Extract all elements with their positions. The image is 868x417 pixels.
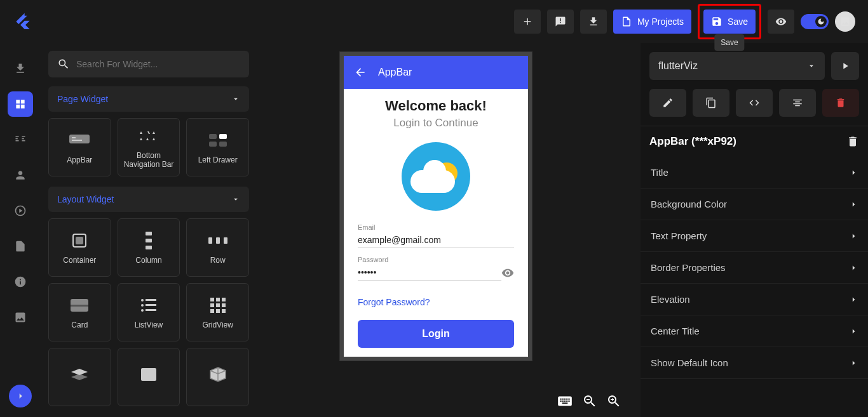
svg-point-19 [141,299,144,301]
widget-card[interactable] [186,348,249,406]
svg-rect-3 [72,137,76,138]
my-projects-button[interactable]: My Projects [613,10,691,34]
widget-card[interactable]: Card [48,283,111,341]
widget-label: ListView [132,321,165,329]
svg-rect-13 [146,246,152,249]
layout-widget-label: Layout Widget [57,194,114,204]
widget-card[interactable] [48,348,111,406]
property-row[interactable]: Elevation [641,284,868,315]
canvas-area: AppBar Welcome back! Login to Continue E… [257,43,641,417]
chevron-down-icon [231,95,240,103]
svg-rect-7 [209,142,217,147]
widget-card[interactable]: Bottom Navigation Bar [118,118,180,176]
user-avatar[interactable] [835,11,855,32]
appbar-icon [69,130,90,150]
widget-label: Left Drawer [196,156,240,164]
login-button[interactable]: Login [358,320,514,348]
rail-user[interactable] [8,162,33,188]
save-tooltip: Save [714,34,744,51]
bottomnav-icon [139,126,158,146]
rail-image[interactable] [8,305,33,330]
widget-card[interactable]: Row [186,218,249,277]
widget-label: Container [60,256,98,265]
svg-rect-25 [210,298,214,301]
svg-rect-29 [216,303,220,307]
screen-name: flutterViz [658,60,698,72]
feedback-button[interactable] [547,10,574,34]
forgot-password-link[interactable]: Forgot Password? [358,297,430,307]
password-field[interactable] [358,265,501,281]
rail-tree[interactable] [8,127,33,152]
image-icon [141,364,156,385]
stack-icon [71,364,88,385]
widget-card[interactable]: Container [48,218,111,277]
save-button[interactable]: Save [703,10,756,34]
svg-rect-20 [146,299,156,301]
search-box[interactable] [48,51,249,77]
screen-selector[interactable]: flutterViz [649,52,825,80]
property-label: Text Property [651,230,707,241]
property-label: Background Color [651,199,727,209]
rail-widgets[interactable] [8,91,33,117]
svg-rect-8 [219,142,227,147]
selected-widget-header: AppBar (***xP92) [641,126,868,157]
run-button[interactable] [831,52,859,80]
svg-rect-6 [219,134,227,139]
phone-preview: AppBar Welcome back! Login to Continue E… [344,56,528,357]
eye-icon[interactable] [501,267,514,279]
row-icon [208,230,227,251]
edit-tool[interactable] [649,89,686,117]
property-row[interactable]: Border Properties [641,252,868,284]
property-row[interactable]: Title [641,157,868,189]
icon-rail [0,43,41,417]
chevron-right-icon [849,200,858,209]
widget-label: GridView [200,321,235,329]
align-tool[interactable] [779,89,816,117]
property-row[interactable]: Background Color [641,189,868,220]
search-input[interactable] [76,59,240,69]
rail-expand-button[interactable] [9,385,32,407]
weather-icon [402,142,470,211]
rail-info[interactable] [8,269,33,295]
delete-tool[interactable] [822,89,859,117]
widget-card[interactable]: AppBar [48,118,111,176]
widget-card[interactable]: Column [118,218,180,277]
selected-widget-name: AppBar (***xP92) [649,135,736,148]
svg-rect-28 [210,303,214,307]
rail-doc[interactable] [8,234,33,259]
widget-panel: Page Widget AppBarBottom Navigation BarL… [41,43,257,417]
delete-icon[interactable] [846,135,859,148]
zoom-in-button[interactable] [606,393,621,409]
copy-tool[interactable] [693,89,729,117]
rail-play[interactable] [8,198,33,223]
chevron-right-icon [849,263,858,272]
chevron-down-icon [231,195,240,204]
svg-rect-15 [216,237,220,244]
zoom-out-button[interactable] [582,393,597,409]
preview-button[interactable] [768,10,794,34]
preview-appbar[interactable]: AppBar [344,56,528,89]
property-row[interactable]: Text Property [641,220,868,252]
chevron-right-icon [849,232,858,241]
layout-widget-section[interactable]: Layout Widget [48,187,249,212]
rail-download[interactable] [8,56,33,81]
download-button[interactable] [580,10,607,34]
page-widget-section[interactable]: Page Widget [48,86,249,112]
widget-card[interactable]: ListView [118,283,180,341]
add-button[interactable] [514,10,541,34]
svg-rect-5 [209,134,217,139]
property-row[interactable]: Center Title [641,315,868,347]
widget-card[interactable]: Left Drawer [186,118,249,176]
keyboard-button[interactable] [557,393,573,409]
svg-point-21 [141,304,144,307]
widget-card[interactable]: GridView [186,283,249,341]
card-icon [71,295,88,315]
listview-icon [141,295,156,315]
code-tool[interactable] [736,89,773,117]
property-row[interactable]: Show Default Icon [641,347,868,379]
email-field[interactable] [358,232,514,248]
widget-card[interactable] [118,348,180,406]
welcome-text: Welcome back! [385,98,487,114]
theme-toggle[interactable] [801,14,829,29]
password-label: Password [358,256,514,263]
